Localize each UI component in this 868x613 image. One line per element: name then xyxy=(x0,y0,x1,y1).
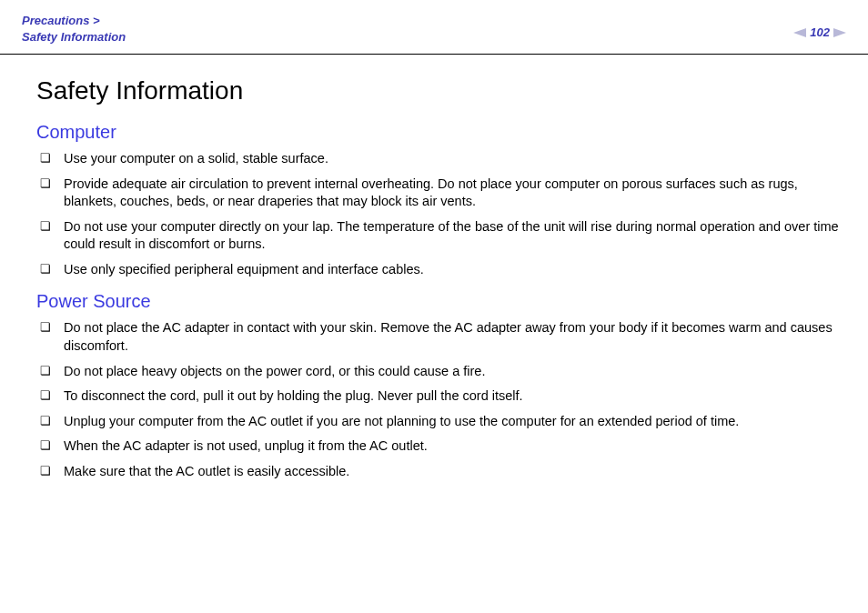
list-item: Make sure that the AC outlet is easily a… xyxy=(36,463,839,481)
bullet-list-computer: Use your computer on a solid, stable sur… xyxy=(36,150,839,278)
page-number-nav: 102 xyxy=(793,13,846,39)
page-number-value: 102 xyxy=(810,25,830,39)
list-item: Do not use your computer directly on you… xyxy=(36,218,839,254)
breadcrumb: Precautions > Safety Information xyxy=(22,13,126,45)
page-title: Safety Information xyxy=(36,76,839,106)
list-item: Use your computer on a solid, stable sur… xyxy=(36,150,839,168)
svg-marker-0 xyxy=(793,28,806,37)
list-item: To disconnect the cord, pull it out by h… xyxy=(36,387,839,406)
section-heading-computer: Computer xyxy=(36,122,839,143)
list-item: Do not place the AC adapter in contact w… xyxy=(36,319,839,355)
document-page: Precautions > Safety Information 102 Saf… xyxy=(0,0,868,480)
svg-marker-1 xyxy=(833,28,846,37)
page-header: Precautions > Safety Information 102 xyxy=(0,0,868,55)
list-item: Use only specified peripheral equipment … xyxy=(36,261,839,279)
bullet-list-power-source: Do not place the AC adapter in contact w… xyxy=(36,319,839,480)
list-item: Do not place heavy objects on the power … xyxy=(36,363,839,381)
list-item: Unplug your computer from the AC outlet … xyxy=(36,413,839,431)
next-page-icon[interactable] xyxy=(833,28,846,37)
section-heading-power-source: Power Source xyxy=(36,291,839,312)
breadcrumb-line1: Precautions > xyxy=(22,13,126,29)
prev-page-icon[interactable] xyxy=(793,28,806,37)
page-content: Safety Information Computer Use your com… xyxy=(0,55,868,480)
breadcrumb-line2: Safety Information xyxy=(22,29,126,45)
list-item: When the AC adapter is not used, unplug … xyxy=(36,437,839,456)
list-item: Provide adequate air circulation to prev… xyxy=(36,176,839,211)
